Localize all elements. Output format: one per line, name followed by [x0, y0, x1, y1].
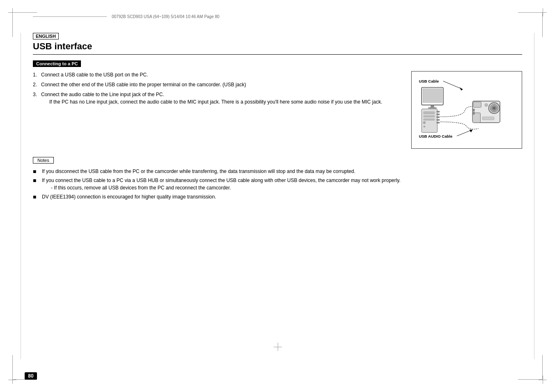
step-subtext: If the PC has no Line input jack, connec… [49, 98, 382, 106]
note-item-2: ■ If you connect the USB cable to a PC v… [33, 177, 522, 191]
svg-point-22 [493, 107, 495, 109]
svg-rect-13 [437, 111, 440, 113]
page-number: 80 [25, 372, 37, 380]
note-text: If you connect the USB cable to a PC via… [42, 178, 401, 183]
section-header: Connecting to a PC [33, 60, 81, 67]
computer-illustration [421, 88, 443, 133]
bullet-icon: ■ [33, 168, 39, 175]
note-item-1: ■ If you disconnect the USB cable from t… [33, 168, 522, 175]
steps-list: 1. Connect a USB cable to the USB port o… [33, 71, 403, 106]
note-item-3: ■ DV (IEEE1394) connection is encouraged… [33, 193, 522, 201]
svg-point-12 [424, 126, 425, 127]
step-2: 2. Connect the other end of the USB cabl… [33, 81, 403, 88]
crosshair-mark [539, 376, 547, 384]
text-column: 1. Connect a USB cable to the USB port o… [33, 71, 403, 149]
svg-rect-10 [424, 119, 435, 120]
svg-rect-9 [424, 115, 435, 117]
notes-list: ■ If you disconnect the USB cable from t… [33, 168, 522, 201]
file-info: 00792B SCD903 USA (64~109) 5/14/04 10:46… [33, 14, 219, 19]
page-container: 00792B SCD903 USA (64~109) 5/14/04 10:46… [0, 0, 555, 392]
file-info-text: 00792B SCD903 USA (64~109) 5/14/04 10:46… [112, 14, 219, 19]
notes-section: Notes ■ If you disconnect the USB cable … [33, 157, 522, 201]
svg-text:USB Cable: USB Cable [419, 79, 439, 83]
page-title: USB interface [33, 41, 522, 55]
note-subtext: - If this occurs, remove all USB devices… [51, 184, 401, 191]
crosshair-mark [8, 8, 16, 16]
svg-rect-15 [437, 116, 440, 118]
file-info-line [33, 16, 107, 17]
svg-rect-6 [428, 107, 437, 108]
bullet-icon: ■ [33, 193, 39, 201]
svg-rect-17 [437, 122, 440, 124]
side-rule [534, 33, 534, 359]
camcorder-illustration [472, 101, 500, 122]
svg-rect-8 [424, 112, 435, 114]
svg-rect-27 [472, 109, 474, 111]
step-text: Connect a USB cable to the USB port on t… [41, 71, 403, 78]
step-text: Connect the other end of the USB cable i… [41, 81, 403, 88]
step-text: Connect the audio cable to the Line inpu… [41, 92, 164, 97]
crosshair-mark [8, 376, 16, 384]
svg-rect-23 [473, 102, 481, 107]
svg-rect-16 [437, 119, 440, 121]
svg-point-25 [485, 104, 488, 107]
svg-rect-26 [482, 117, 494, 120]
note-text: DV (IEEE1394) connection is encouraged f… [42, 193, 522, 201]
main-columns: 1. Connect a USB cable to the USB port o… [33, 71, 522, 149]
svg-rect-4 [423, 88, 442, 102]
notes-badge: Notes [33, 157, 54, 164]
svg-rect-5 [431, 105, 434, 108]
diagram-box: USB Cable [411, 71, 522, 149]
svg-rect-14 [437, 114, 440, 115]
crosshair-mark [539, 8, 547, 16]
step-num: 2. [33, 81, 39, 88]
image-column: USB Cable [411, 71, 522, 149]
bullet-icon: ■ [33, 177, 39, 191]
svg-point-11 [423, 122, 426, 124]
step-num: 1. [33, 71, 39, 78]
svg-line-1 [443, 81, 463, 89]
language-badge: ENGLISH [33, 33, 59, 39]
step-3: 3. Connect the audio cable to the Line i… [33, 91, 403, 106]
svg-text:USB AUDIO Cable: USB AUDIO Cable [419, 134, 453, 138]
step-1: 1. Connect a USB cable to the USB port o… [33, 71, 403, 78]
content-area: 00792B SCD903 USA (64~109) 5/14/04 10:46… [33, 33, 522, 359]
side-rule [21, 33, 21, 359]
note-text: If you disconnect the USB cable from the… [42, 168, 522, 175]
usb-diagram-svg: USB Cable [416, 76, 518, 144]
svg-rect-28 [472, 112, 474, 115]
step-num: 3. [33, 91, 39, 106]
svg-marker-31 [470, 130, 473, 133]
